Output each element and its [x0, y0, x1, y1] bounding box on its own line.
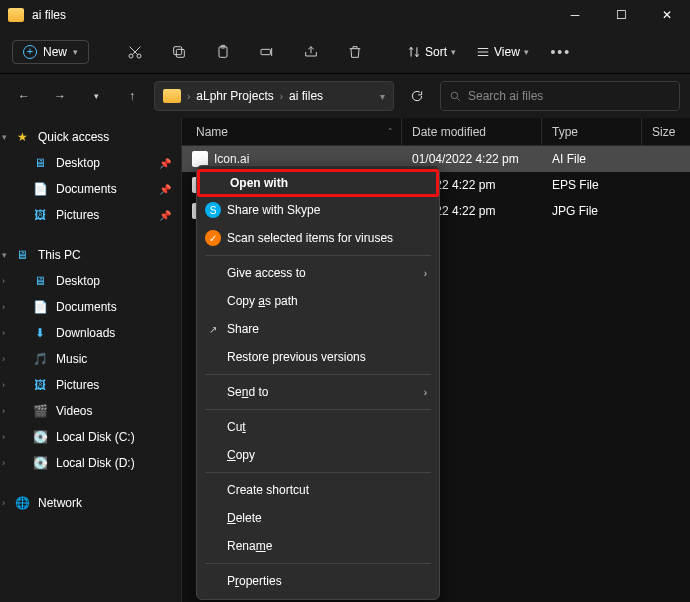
- ctx-share-skype[interactable]: SShare with Skype: [197, 196, 439, 224]
- crumb-2[interactable]: ai files: [289, 89, 323, 103]
- search-placeholder: Search ai files: [468, 89, 543, 103]
- separator: [205, 409, 431, 410]
- chevron-right-icon[interactable]: ›: [2, 498, 5, 508]
- sidebar-pc-music[interactable]: ›🎵Music: [0, 346, 181, 372]
- documents-icon: 📄: [32, 181, 48, 197]
- crumb-1[interactable]: aLphr Projects: [196, 89, 273, 103]
- pictures-icon: 🖼: [32, 377, 48, 393]
- nav-row: ← → ▾ ↑ › aLphr Projects › ai files ▾ Se…: [0, 74, 690, 118]
- chevron-right-icon: ›: [424, 387, 427, 398]
- pin-icon: 📌: [159, 184, 171, 195]
- svg-rect-3: [174, 46, 182, 54]
- recent-button[interactable]: ▾: [82, 82, 110, 110]
- sidebar-quick-access[interactable]: ▾ ★ Quick access: [0, 124, 181, 150]
- search-icon: [449, 90, 462, 103]
- col-name[interactable]: Name˄: [182, 118, 402, 145]
- col-type[interactable]: Type: [542, 118, 642, 145]
- close-button[interactable]: ✕: [644, 0, 690, 30]
- folder-icon: [8, 8, 24, 22]
- chevron-right-icon[interactable]: ›: [2, 354, 5, 364]
- ctx-open-with[interactable]: Open with: [197, 169, 439, 197]
- ctx-give-access[interactable]: Give access to›: [197, 259, 439, 287]
- sort-button[interactable]: Sort ▾: [401, 45, 462, 59]
- sidebar: ▾ ★ Quick access 🖥Desktop📌 📄Documents📌 🖼…: [0, 118, 182, 602]
- new-button[interactable]: + New ▾: [12, 40, 89, 64]
- pictures-icon: 🖼: [32, 207, 48, 223]
- chevron-down-icon: ▾: [73, 47, 78, 57]
- sidebar-item-pictures[interactable]: 🖼Pictures📌: [0, 202, 181, 228]
- separator: [205, 563, 431, 564]
- sidebar-item-documents[interactable]: 📄Documents📌: [0, 176, 181, 202]
- forward-button[interactable]: →: [46, 82, 74, 110]
- chevron-right-icon[interactable]: ›: [2, 458, 5, 468]
- sidebar-network[interactable]: ›🌐Network: [0, 490, 181, 516]
- sidebar-label: Quick access: [38, 130, 109, 144]
- ctx-copy-path[interactable]: Copy as path: [197, 287, 439, 315]
- paste-icon[interactable]: [205, 35, 241, 69]
- chevron-right-icon[interactable]: ›: [2, 406, 5, 416]
- ctx-shortcut[interactable]: Create shortcut: [197, 476, 439, 504]
- col-size[interactable]: Size: [642, 118, 690, 145]
- delete-icon[interactable]: [337, 35, 373, 69]
- share-icon[interactable]: [293, 35, 329, 69]
- ctx-properties[interactable]: Properties: [197, 567, 439, 595]
- chevron-down-icon[interactable]: ▾: [380, 91, 385, 102]
- sidebar-pc-disk-d[interactable]: ›💽Local Disk (D:): [0, 450, 181, 476]
- sidebar-item-desktop[interactable]: 🖥Desktop📌: [0, 150, 181, 176]
- sort-icon: [407, 45, 421, 59]
- svg-point-7: [451, 92, 458, 99]
- chevron-down-icon[interactable]: ▾: [2, 132, 7, 142]
- titlebar: ai files ─ ☐ ✕: [0, 0, 690, 30]
- new-label: New: [43, 45, 67, 59]
- plus-icon: +: [23, 45, 37, 59]
- chevron-right-icon[interactable]: ›: [2, 380, 5, 390]
- maximize-button[interactable]: ☐: [598, 0, 644, 30]
- up-button[interactable]: ↑: [118, 82, 146, 110]
- minimize-button[interactable]: ─: [552, 0, 598, 30]
- svg-rect-6: [261, 49, 270, 54]
- documents-icon: 📄: [32, 299, 48, 315]
- sort-label: Sort: [425, 45, 447, 59]
- toolbar: + New ▾ Sort ▾ View ▾ •••: [0, 30, 690, 74]
- sidebar-pc-downloads[interactable]: ›⬇Downloads: [0, 320, 181, 346]
- ctx-cut[interactable]: Cut: [197, 413, 439, 441]
- chevron-right-icon[interactable]: ›: [2, 302, 5, 312]
- ctx-send-to[interactable]: Send to›: [197, 378, 439, 406]
- sidebar-pc-desktop[interactable]: ›🖥Desktop: [0, 268, 181, 294]
- ctx-scan-virus[interactable]: ✓Scan selected items for viruses: [197, 224, 439, 252]
- ctx-share[interactable]: ↗Share: [197, 315, 439, 343]
- context-menu: Open with SShare with Skype ✓Scan select…: [196, 165, 440, 600]
- copy-icon[interactable]: [161, 35, 197, 69]
- pc-icon: 🖥: [14, 247, 30, 263]
- sidebar-this-pc[interactable]: ▾ 🖥 This PC: [0, 242, 181, 268]
- refresh-button[interactable]: [402, 89, 432, 103]
- desktop-icon: 🖥: [32, 155, 48, 171]
- cut-icon[interactable]: [117, 35, 153, 69]
- chevron-right-icon[interactable]: ›: [2, 328, 5, 338]
- ctx-delete[interactable]: Delete: [197, 504, 439, 532]
- search-input[interactable]: Search ai files: [440, 81, 680, 111]
- ctx-copy[interactable]: Copy: [197, 441, 439, 469]
- sidebar-pc-videos[interactable]: ›🎬Videos: [0, 398, 181, 424]
- svg-rect-2: [176, 49, 184, 57]
- chevron-right-icon[interactable]: ›: [2, 276, 5, 286]
- breadcrumb[interactable]: › aLphr Projects › ai files ▾: [154, 81, 394, 111]
- skype-icon: S: [205, 202, 221, 218]
- ctx-rename[interactable]: Rename: [197, 532, 439, 560]
- chevron-down-icon[interactable]: ▾: [2, 250, 7, 260]
- view-button[interactable]: View ▾: [470, 45, 535, 59]
- pin-icon: 📌: [159, 210, 171, 221]
- back-button[interactable]: ←: [10, 82, 38, 110]
- sidebar-pc-pictures[interactable]: ›🖼Pictures: [0, 372, 181, 398]
- col-date[interactable]: Date modified: [402, 118, 542, 145]
- sidebar-pc-disk-c[interactable]: ›💽Local Disk (C:): [0, 424, 181, 450]
- sidebar-pc-documents[interactable]: ›📄Documents: [0, 294, 181, 320]
- videos-icon: 🎬: [32, 403, 48, 419]
- separator: [205, 255, 431, 256]
- view-label: View: [494, 45, 520, 59]
- more-button[interactable]: •••: [543, 35, 579, 69]
- star-icon: ★: [14, 129, 30, 145]
- chevron-right-icon[interactable]: ›: [2, 432, 5, 442]
- rename-icon[interactable]: [249, 35, 285, 69]
- ctx-restore[interactable]: Restore previous versions: [197, 343, 439, 371]
